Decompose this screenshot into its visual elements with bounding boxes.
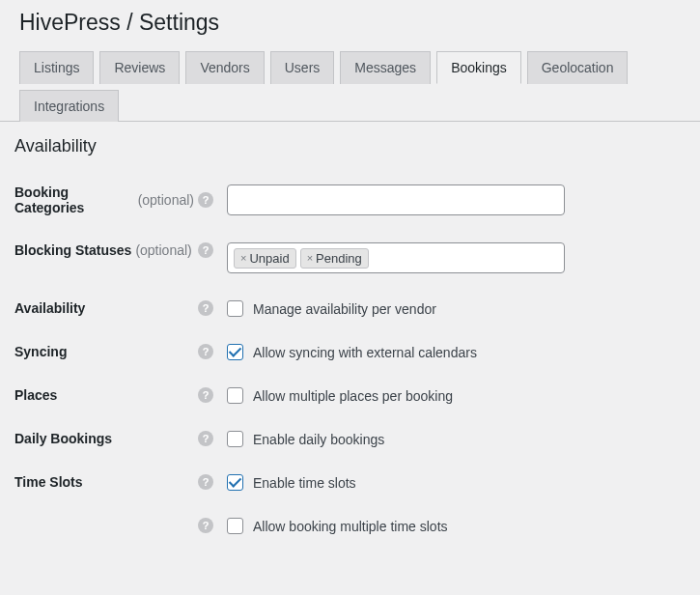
tab-geolocation[interactable]: Geolocation (527, 51, 629, 84)
label-places: Places ? (14, 387, 227, 403)
tag-unpaid[interactable]: × Unpaid (234, 248, 296, 269)
help-icon[interactable]: ? (198, 192, 213, 208)
section-heading: Availability (0, 122, 700, 171)
label-time-slots: Time Slots ? (14, 474, 227, 490)
label-availability: Availability ? (14, 300, 227, 316)
label-text: Daily Bookings (14, 431, 112, 446)
label-text: Blocking Statuses (14, 242, 131, 258)
row-syncing: Syncing ? Allow syncing with external ca… (14, 330, 686, 374)
tab-bookings[interactable]: Bookings (436, 51, 521, 84)
booking-categories-input[interactable] (227, 184, 565, 215)
tab-listings[interactable]: Listings (19, 51, 94, 84)
tab-integrations[interactable]: Integrations (19, 90, 119, 122)
row-time-slots: Time Slots ? Enable time slots (14, 461, 686, 504)
label-text: Availability (14, 300, 85, 316)
availability-checkbox-label: Manage availability per vendor (253, 301, 436, 317)
syncing-checkbox[interactable] (227, 344, 243, 360)
row-blocking-statuses: Blocking Statuses (optional) ? × Unpaid … (14, 229, 686, 287)
label-text: Booking Categories (14, 184, 134, 215)
time-slots-multiple-checkbox-label: Allow booking multiple time slots (253, 519, 448, 534)
row-booking-categories: Booking Categories (optional) ? (14, 171, 686, 229)
tag-label: Unpaid (249, 251, 289, 266)
time-slots-checkbox-label: Enable time slots (253, 475, 356, 491)
tab-messages[interactable]: Messages (340, 51, 431, 84)
availability-checkbox[interactable] (227, 300, 243, 317)
help-icon[interactable]: ? (198, 344, 213, 359)
help-icon[interactable]: ? (198, 474, 213, 490)
tab-users[interactable]: Users (270, 51, 335, 84)
settings-tabs: Listings Reviews Vendors Users Messages … (0, 50, 700, 122)
label-text: Places (14, 387, 57, 403)
help-icon[interactable]: ? (198, 431, 213, 446)
label-text: Syncing (14, 344, 67, 359)
tab-vendors[interactable]: Vendors (185, 51, 264, 84)
close-icon[interactable]: × (307, 252, 313, 264)
daily-bookings-checkbox-label: Enable daily bookings (253, 432, 384, 447)
row-time-slots-multiple: ? Allow booking multiple time slots (14, 504, 686, 548)
row-daily-bookings: Daily Bookings ? Enable daily bookings (14, 417, 686, 461)
label-booking-categories: Booking Categories (optional) ? (14, 184, 227, 215)
label-text: Time Slots (14, 474, 83, 490)
label-daily-bookings: Daily Bookings ? (14, 431, 227, 446)
tab-reviews[interactable]: Reviews (99, 51, 180, 84)
optional-text: (optional) (138, 192, 194, 208)
label-syncing: Syncing ? (14, 344, 227, 359)
help-icon[interactable]: ? (198, 242, 213, 258)
help-icon[interactable]: ? (198, 300, 213, 316)
label-empty: ? (14, 518, 227, 533)
close-icon[interactable]: × (240, 252, 246, 264)
label-blocking-statuses: Blocking Statuses (optional) ? (14, 242, 227, 258)
help-icon[interactable]: ? (198, 387, 213, 403)
row-availability: Availability ? Manage availability per v… (14, 287, 686, 330)
optional-text: (optional) (135, 242, 191, 258)
tag-pending[interactable]: × Pending (300, 248, 369, 269)
blocking-statuses-input[interactable]: × Unpaid × Pending (227, 242, 565, 273)
syncing-checkbox-label: Allow syncing with external calendars (253, 345, 477, 360)
row-places: Places ? Allow multiple places per booki… (14, 374, 686, 417)
time-slots-multiple-checkbox[interactable] (227, 518, 243, 534)
help-icon[interactable]: ? (198, 518, 213, 533)
time-slots-checkbox[interactable] (227, 474, 243, 491)
settings-form: Booking Categories (optional) ? Blocking… (0, 171, 700, 557)
places-checkbox-label: Allow multiple places per booking (253, 388, 453, 404)
page-title: HivePress / Settings (0, 0, 700, 50)
daily-bookings-checkbox[interactable] (227, 431, 243, 447)
places-checkbox[interactable] (227, 387, 243, 404)
tag-label: Pending (316, 251, 362, 266)
